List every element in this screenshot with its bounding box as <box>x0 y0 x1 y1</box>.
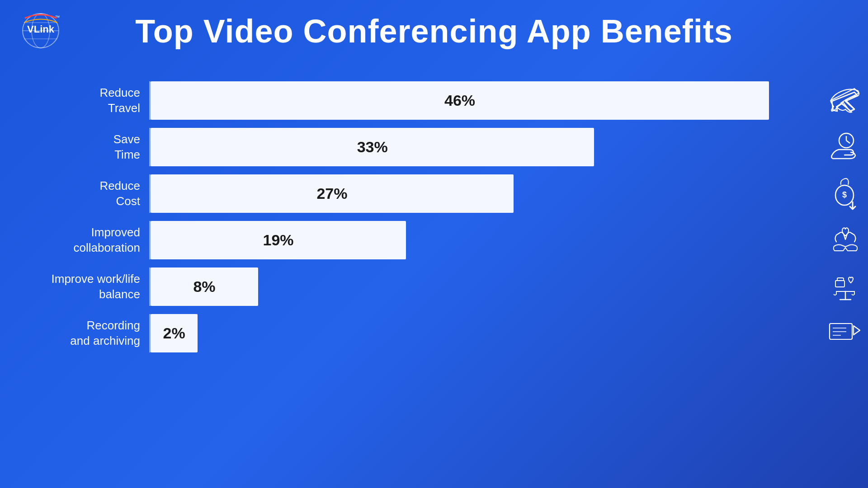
balance-icon <box>827 268 863 306</box>
page-title: Top Video Conferencing App Benefits <box>0 13 868 50</box>
svg-marker-23 <box>854 326 860 335</box>
bar-value-4: 19% <box>263 231 293 249</box>
page: VLink ™ Top Video Conferencing App Benef… <box>0 0 868 488</box>
svg-text:$: $ <box>842 190 847 199</box>
bar-row-save-time: SaveTime 33% <box>45 128 823 166</box>
bar-row-improved-collab: Improvedcollaboration 19% <box>45 221 823 259</box>
airplane-icon <box>827 84 863 117</box>
bar-fill-3: 27% <box>151 174 514 213</box>
bar-value-3: 27% <box>316 185 347 202</box>
bar-label-worklife: Improve work/lifebalance <box>45 272 149 302</box>
bar-label-save-time: SaveTime <box>45 132 149 163</box>
bar-label-reduce-travel: ReduceTravel <box>45 85 149 116</box>
bar-track-3: 27% $ <box>151 174 823 213</box>
clock-hand-icon <box>827 131 863 164</box>
bar-label-recording: Recordingand archiving <box>45 318 149 349</box>
bar-row-reduce-travel: ReduceTravel 46% <box>45 81 823 120</box>
collaboration-icon <box>827 221 863 259</box>
bar-row-recording: Recordingand archiving 2% <box>45 314 823 352</box>
bar-fill-6: 2% <box>151 314 198 352</box>
bar-track-2: 33% <box>151 128 823 166</box>
money-bag-icon: $ <box>827 175 863 213</box>
camera-icon <box>827 319 863 348</box>
bar-fill-4: 19% <box>151 221 406 259</box>
bar-track-4: 19% <box>151 221 823 259</box>
bar-track-5: 8% <box>151 267 823 306</box>
bar-label-reduce-cost: ReduceCost <box>45 178 149 209</box>
bar-track-1: 46% <box>151 81 823 120</box>
bar-fill-1: 46% <box>151 81 769 120</box>
bar-row-worklife: Improve work/lifebalance 8% <box>45 267 823 306</box>
svg-rect-13 <box>835 281 844 287</box>
bar-track-6: 2% <box>151 314 823 352</box>
bar-value-6: 2% <box>163 324 185 342</box>
bar-label-improved-collab: Improvedcollaboration <box>45 225 149 256</box>
chart-container: ReduceTravel 46% <box>45 81 823 461</box>
bar-fill-2: 33% <box>151 128 594 166</box>
bar-value-5: 8% <box>193 278 215 296</box>
bar-fill-5: 8% <box>151 267 258 306</box>
bar-value-2: 33% <box>357 138 388 156</box>
svg-line-9 <box>846 141 850 143</box>
bar-value-1: 46% <box>444 92 475 109</box>
bar-row-reduce-cost: ReduceCost 27% $ <box>45 174 823 213</box>
